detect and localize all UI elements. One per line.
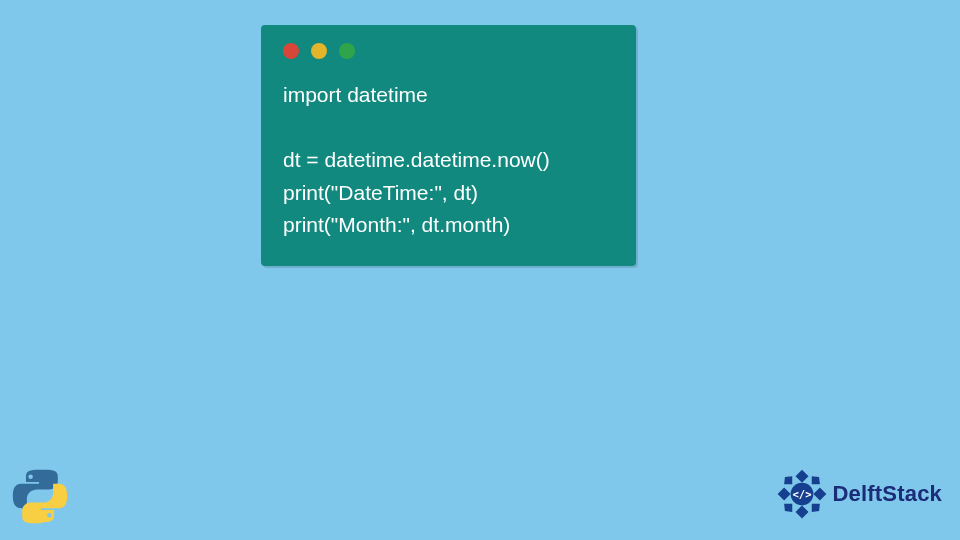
- delftstack-badge-icon: </>: [776, 468, 828, 520]
- close-icon: [283, 43, 299, 59]
- delftstack-badge-text: </>: [793, 488, 812, 500]
- svg-marker-2: [778, 488, 791, 501]
- svg-marker-7: [812, 504, 820, 512]
- svg-marker-4: [785, 476, 793, 484]
- python-icon: [10, 466, 70, 526]
- window-traffic-lights: [283, 43, 614, 59]
- delftstack-logo: </> DelftStack: [776, 468, 942, 520]
- svg-marker-6: [785, 504, 793, 512]
- svg-marker-1: [796, 505, 809, 518]
- minimize-icon: [311, 43, 327, 59]
- brand-name: DelftStack: [832, 481, 942, 507]
- svg-marker-3: [814, 488, 827, 501]
- svg-marker-0: [796, 470, 809, 483]
- svg-marker-5: [812, 476, 820, 484]
- code-window: import datetime dt = datetime.datetime.n…: [261, 25, 636, 266]
- code-block: import datetime dt = datetime.datetime.n…: [283, 79, 614, 242]
- maximize-icon: [339, 43, 355, 59]
